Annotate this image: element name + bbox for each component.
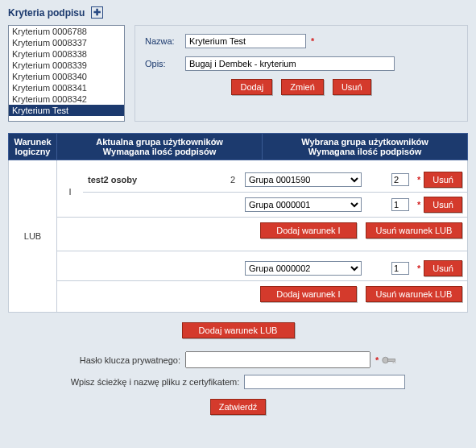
group-select[interactable]: Grupa 0001590	[245, 172, 362, 187]
col-selected: Wybrana grupa użytkowników Wymagana iloś…	[263, 134, 468, 160]
desc-label: Opis:	[145, 59, 185, 68]
cond-i-cell: I	[57, 168, 83, 218]
lub-cell: LUB	[9, 160, 57, 313]
desc-field[interactable]	[185, 56, 395, 71]
criteria-listbox[interactable]: Kryterium 0006788 Kryterium 0008337 Kryt…	[8, 25, 125, 122]
col-logical: Warunek logiczny	[9, 134, 57, 160]
edit-button[interactable]: Zmień	[281, 79, 324, 95]
add-cond-i-button[interactable]: Dodaj warunek I	[260, 222, 357, 239]
group-select[interactable]: Grupa 0000001	[245, 197, 362, 212]
svg-rect-2	[393, 361, 395, 363]
list-item[interactable]: Kryterium 0008340	[9, 71, 124, 82]
current-count: 2	[224, 168, 240, 193]
svg-rect-1	[388, 359, 395, 361]
password-label: Hasło klucza prywatnego:	[80, 355, 180, 365]
cert-path-field[interactable]	[244, 375, 405, 389]
count-input[interactable]	[391, 173, 409, 186]
rules-table: Warunek logiczny Aktualna grupa użytkown…	[8, 133, 468, 313]
count-input[interactable]	[391, 198, 409, 211]
required-mark: *	[375, 355, 379, 365]
delete-lub-button[interactable]: Usuń warunek LUB	[366, 222, 462, 239]
add-lub-button[interactable]: Dodaj warunek LUB	[182, 322, 295, 338]
col-current: Aktualna grupa użytkowników Wymagana ilo…	[57, 134, 263, 160]
section-header: Kryteria podpisu ✚	[8, 6, 468, 19]
name-label: Nazwa:	[145, 36, 185, 46]
list-item[interactable]: Kryterium 0006788	[9, 26, 124, 37]
list-item[interactable]: Kryterium 0008339	[9, 60, 124, 71]
list-item[interactable]: Kryterium Test	[9, 105, 124, 116]
name-field[interactable]	[185, 34, 306, 48]
delete-row-button[interactable]: Usuń	[424, 172, 462, 188]
required-mark: *	[417, 200, 420, 209]
required-mark: *	[417, 175, 420, 185]
key-icon	[382, 355, 396, 365]
required-mark: *	[311, 36, 314, 46]
delete-row-button[interactable]: Usuń	[424, 197, 462, 213]
section-title: Kryteria podpisu	[8, 7, 85, 19]
delete-row-button[interactable]: Usuń	[424, 260, 462, 276]
add-cond-i-button[interactable]: Dodaj warunek I	[260, 286, 357, 302]
list-item[interactable]: Kryterium 0008337	[9, 37, 124, 48]
svg-rect-3	[395, 361, 396, 363]
group-select[interactable]: Grupa 0000002	[245, 261, 362, 276]
list-item[interactable]: Kryterium 0008342	[9, 93, 124, 105]
delete-button[interactable]: Usuń	[333, 79, 371, 95]
current-group-text: test2 osoby	[88, 175, 137, 185]
expand-icon[interactable]: ✚	[91, 6, 103, 19]
confirm-button[interactable]: Zatwierdź	[210, 399, 267, 415]
count-input[interactable]	[391, 262, 409, 275]
list-item[interactable]: Kryterium 0008338	[9, 48, 124, 60]
list-item[interactable]: Kryterium 0008341	[9, 82, 124, 93]
password-field[interactable]	[185, 351, 370, 368]
delete-lub-button[interactable]: Usuń warunek LUB	[366, 286, 462, 302]
details-panel: Nazwa: * Opis: Dodaj Zmień Usuń	[135, 25, 468, 122]
add-button[interactable]: Dodaj	[231, 79, 272, 95]
cert-path-label: Wpisz ścieżkę i nazwę pliku z certyfikat…	[71, 377, 240, 387]
required-mark: *	[417, 263, 420, 273]
